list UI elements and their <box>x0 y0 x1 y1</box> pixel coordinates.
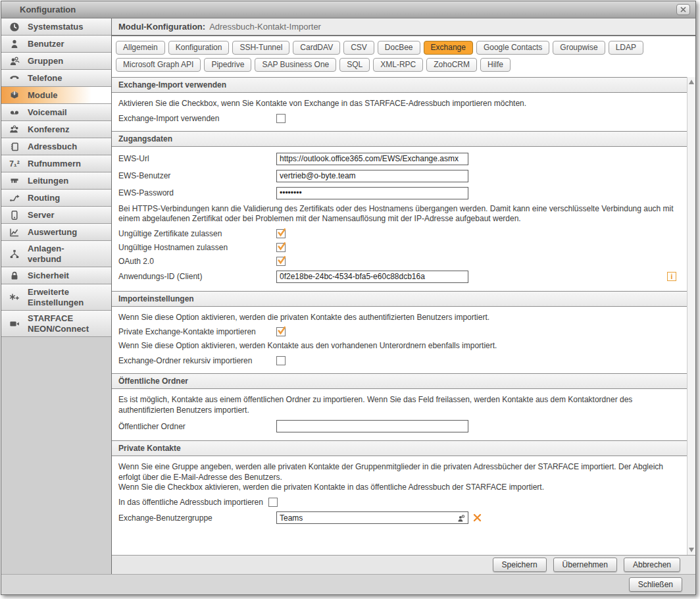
module-header: Modul-Konfiguration: Adressbuch-Kontakt-… <box>112 18 695 36</box>
save-button[interactable]: Speichern <box>493 558 547 572</box>
group-picker-icon[interactable] <box>457 513 466 525</box>
module-cube-icon <box>7 90 22 101</box>
public-folder-note: Es ist möglich, Kontakte aus einem öffen… <box>118 395 680 415</box>
public-addressbook-import-label: In das öffentliche Adressbuch importiere… <box>118 498 263 507</box>
apply-button[interactable]: Übernehmen <box>553 558 617 572</box>
client-id-label: Anwendungs-ID (Client) <box>118 272 276 281</box>
module-header-label: Modul-Konfiguration: <box>118 22 205 32</box>
sidebar-item-voicemail[interactable]: Voicemail <box>1 104 111 121</box>
public-addressbook-import-checkbox[interactable] <box>268 498 278 507</box>
sidebar-item-rufnummern[interactable]: 7₁² Rufnummern <box>1 155 111 172</box>
private-import-checkbox[interactable] <box>276 327 286 336</box>
sidebar-item-server[interactable]: Server <box>1 207 111 224</box>
https-note: Bei HTTPS-Verbindungen kann die Validier… <box>118 204 680 224</box>
clock-icon <box>7 22 22 32</box>
exchange-import-description: Aktivieren Sie die Checkbox, wenn Sie Ko… <box>118 99 680 109</box>
ews-user-input[interactable] <box>276 170 468 182</box>
sidebar-item-starface-neon-connect[interactable]: STARFACE NEON/Connect <box>1 311 111 337</box>
sidebar-item-module[interactable]: Module <box>1 87 111 104</box>
sidebar-item-sicherheit[interactable]: Sicherheit <box>1 267 111 284</box>
tab-zohocrm[interactable]: ZohoCRM <box>426 58 477 72</box>
oauth-checkbox[interactable] <box>276 257 286 266</box>
tab-bar: Allgemein Konfiguration SSH-Tunnel CardD… <box>112 36 695 77</box>
ews-url-input[interactable] <box>276 153 468 165</box>
tab-row-2: Microsoft Graph API Pipedrive SAP Busine… <box>116 58 691 72</box>
sidebar-item-erweiterte-einstellungen[interactable]: Erweiterte Einstellungen <box>1 284 111 311</box>
sidebar-item-systemstatus[interactable]: Systemstatus <box>1 18 111 36</box>
close-button[interactable]: Schließen <box>629 577 682 592</box>
private-contacts-note-1: Wenn Sie eine Gruppe angeben, werden all… <box>118 462 680 482</box>
module-header-value: Adressbuch-Kontakt-Importer <box>209 22 321 32</box>
tab-sap-business-one[interactable]: SAP Business One <box>255 58 336 72</box>
tab-allgemein[interactable]: Allgemein <box>116 41 165 55</box>
video-camera-icon <box>7 319 22 329</box>
routing-icon <box>7 193 22 203</box>
lines-comb-icon <box>7 176 22 186</box>
section-header-exchange-import: Exchange-Import verwenden <box>112 77 687 93</box>
tab-pipedrive[interactable]: Pipedrive <box>204 58 251 72</box>
clear-group-icon[interactable] <box>473 513 482 522</box>
sidebar-item-anlagenverbund[interactable]: Anlagen- verbund <box>1 241 111 267</box>
client-id-input[interactable] <box>276 271 468 283</box>
scroll-down-arrow-icon[interactable] <box>689 548 694 552</box>
server-icon <box>7 210 22 221</box>
group-icon <box>7 56 22 66</box>
sidebar-item-benutzer[interactable]: Benutzer <box>1 36 111 53</box>
invalid-certs-label: Ungültige Zertifikate zulassen <box>118 229 276 238</box>
addressbook-icon <box>7 142 22 152</box>
sidebar-item-routing[interactable]: Routing <box>1 190 111 207</box>
tab-docbee[interactable]: DocBee <box>378 41 420 55</box>
private-import-label: Private Exchange-Kontakte importieren <box>118 327 276 336</box>
invalid-hosts-label: Ungültige Hostnamen zulassen <box>118 243 276 252</box>
tab-konfiguration[interactable]: Konfiguration <box>168 41 230 55</box>
tab-carddav[interactable]: CardDAV <box>293 41 340 55</box>
form-content: Exchange-Import verwenden Aktivieren Sie… <box>112 77 695 555</box>
tab-microsoft-graph-api[interactable]: Microsoft Graph API <box>116 58 201 72</box>
tab-row-1: Allgemein Konfiguration SSH-Tunnel CardD… <box>116 41 691 55</box>
ews-url-label: EWS-Url <box>118 154 276 163</box>
sidebar-item-adressbuch[interactable]: Adressbuch <box>1 138 111 155</box>
tab-csv[interactable]: CSV <box>343 41 374 55</box>
exchange-user-group-input[interactable] <box>276 511 468 524</box>
window-title: Konfiguration <box>20 5 76 14</box>
sidebar: Systemstatus Benutzer Gruppen Telefone M… <box>1 18 112 574</box>
recursive-import-checkbox[interactable] <box>276 356 286 365</box>
public-folder-label: Öffentlicher Ordner <box>118 422 276 431</box>
window-close-button[interactable] <box>676 4 690 15</box>
invalid-hosts-checkbox[interactable] <box>276 243 286 252</box>
tab-ldap[interactable]: LDAP <box>609 41 643 55</box>
tab-google-contacts[interactable]: Google Contacts <box>476 41 549 55</box>
scroll-up-arrow-icon[interactable] <box>689 80 694 84</box>
conference-icon <box>7 124 22 135</box>
configuration-window: Konfiguration Systemstatus Benutzer Grup… <box>1 1 696 595</box>
voicemail-icon <box>7 107 22 118</box>
tab-sql[interactable]: SQL <box>339 58 370 72</box>
private-import-note: Wenn Sie diese Option aktivieren, werden… <box>118 313 680 323</box>
action-bar: Speichern Übernehmen Abbrechen <box>112 555 695 574</box>
window-titlebar: Konfiguration <box>1 1 695 18</box>
sidebar-item-leitungen[interactable]: Leitungen <box>1 172 111 190</box>
tab-hilfe[interactable]: Hilfe <box>480 58 511 72</box>
ews-password-input[interactable] <box>276 187 468 199</box>
tab-groupwise[interactable]: Groupwise <box>553 41 605 55</box>
info-icon[interactable]: i <box>667 272 676 281</box>
exchange-import-checkbox[interactable] <box>276 114 286 123</box>
content-scrollbar[interactable] <box>687 77 695 555</box>
tab-exchange[interactable]: Exchange <box>424 41 473 55</box>
network-icon <box>7 249 22 259</box>
sidebar-item-telefone[interactable]: Telefone <box>1 70 111 87</box>
private-contacts-note-2: Wenn Sie die Checkbox aktivieren, werden… <box>118 482 680 493</box>
invalid-certs-checkbox[interactable] <box>276 229 286 238</box>
tab-ssh-tunnel[interactable]: SSH-Tunnel <box>232 41 289 55</box>
gear-plus-icon <box>7 292 22 303</box>
sidebar-item-konferenz[interactable]: Konferenz <box>1 121 111 138</box>
close-icon <box>680 7 686 13</box>
tab-xml-rpc[interactable]: XML-RPC <box>373 58 423 72</box>
main-panel: Modul-Konfiguration: Adressbuch-Kontakt-… <box>112 18 695 574</box>
cancel-button[interactable]: Abbrechen <box>624 558 680 572</box>
public-folder-input[interactable] <box>276 420 468 432</box>
sidebar-item-auswertung[interactable]: Auswertung <box>1 224 111 241</box>
sidebar-item-gruppen[interactable]: Gruppen <box>1 53 111 70</box>
user-icon <box>7 39 22 49</box>
section-header-importeinstellungen: Importeinstellungen <box>112 291 687 307</box>
